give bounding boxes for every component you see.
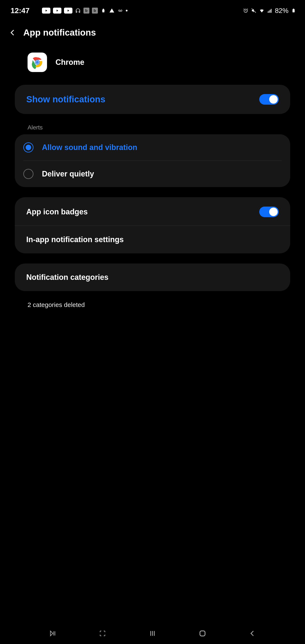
badges-row[interactable]: App icon badges xyxy=(15,197,290,226)
show-notifications-card: Show notifications xyxy=(15,85,290,114)
svg-rect-9 xyxy=(270,10,270,13)
svg-rect-1 xyxy=(79,11,80,12)
svg-rect-10 xyxy=(271,9,272,13)
alerts-card: Allow sound and vibration Deliver quietl… xyxy=(15,134,290,187)
show-notifications-label: Show notifications xyxy=(26,94,105,104)
wifi-icon xyxy=(259,8,265,14)
svg-point-3 xyxy=(120,10,122,12)
battery-text: 82% xyxy=(275,7,288,14)
categories-card: Notification categories xyxy=(15,264,290,291)
page-title: App notifications xyxy=(23,28,96,38)
svg-marker-17 xyxy=(50,631,53,636)
back-button[interactable] xyxy=(8,28,17,37)
bag-icon xyxy=(100,8,106,14)
svg-rect-8 xyxy=(269,10,270,13)
alarm-icon xyxy=(243,8,249,14)
svg-rect-7 xyxy=(268,12,268,13)
svg-point-16 xyxy=(36,61,39,64)
show-notifications-row[interactable]: Show notifications xyxy=(15,85,290,114)
badges-toggle[interactable] xyxy=(259,206,279,217)
signal-icon xyxy=(267,8,273,14)
in-app-row[interactable]: In-app notification settings xyxy=(15,226,290,253)
chrome-icon xyxy=(28,52,47,72)
alert-quiet-row[interactable]: Deliver quietly xyxy=(15,161,290,187)
in-app-label: In-app notification settings xyxy=(26,235,124,244)
alert-sound-row[interactable]: Allow sound and vibration xyxy=(23,134,282,161)
more-dot-icon xyxy=(126,10,128,12)
svg-rect-12 xyxy=(293,9,294,9)
svg-point-2 xyxy=(118,10,120,12)
mute-icon xyxy=(251,8,257,14)
warning-icon xyxy=(109,8,115,14)
battery-icon xyxy=(290,8,296,14)
app-b-icon: b xyxy=(92,8,98,14)
recents-button[interactable] xyxy=(146,627,159,640)
status-right: 82% xyxy=(243,7,296,14)
categories-label: Notification categories xyxy=(26,273,108,282)
youtube-icon xyxy=(64,8,72,14)
svg-rect-23 xyxy=(200,631,205,636)
radio-unselected-icon xyxy=(23,169,34,179)
radio-selected-icon xyxy=(23,142,34,152)
app-b-icon: b xyxy=(84,8,90,14)
deleted-categories-note: 2 categories deleted xyxy=(28,301,305,308)
badges-label: App icon badges xyxy=(26,208,88,216)
badges-card: App icon badges In-app notification sett… xyxy=(15,197,290,253)
voicemail-icon xyxy=(117,8,123,14)
home-button[interactable] xyxy=(196,627,209,640)
svg-rect-11 xyxy=(292,9,294,12)
headphones-icon xyxy=(75,8,81,14)
alert-sound-label: Allow sound and vibration xyxy=(42,143,137,152)
alerts-section-label: Alerts xyxy=(28,124,305,131)
status-bar: 12:47 b b xyxy=(0,0,305,19)
clock: 12:47 xyxy=(10,6,30,15)
youtube-icon xyxy=(42,8,50,14)
title-bar: App notifications xyxy=(0,19,305,46)
youtube-icon xyxy=(53,8,62,14)
status-left: 12:47 b b xyxy=(10,6,128,15)
navigation-bar xyxy=(0,623,305,644)
app-header: Chrome xyxy=(0,46,305,85)
categories-row[interactable]: Notification categories xyxy=(15,264,290,291)
nav-back-button[interactable] xyxy=(246,627,259,640)
app-name: Chrome xyxy=(56,58,84,67)
snowflake-icon xyxy=(34,8,40,14)
show-notifications-toggle[interactable] xyxy=(259,94,279,105)
alert-quiet-label: Deliver quietly xyxy=(42,170,94,178)
svg-rect-0 xyxy=(76,11,77,12)
media-button[interactable] xyxy=(46,627,59,640)
scan-button[interactable] xyxy=(96,627,109,640)
